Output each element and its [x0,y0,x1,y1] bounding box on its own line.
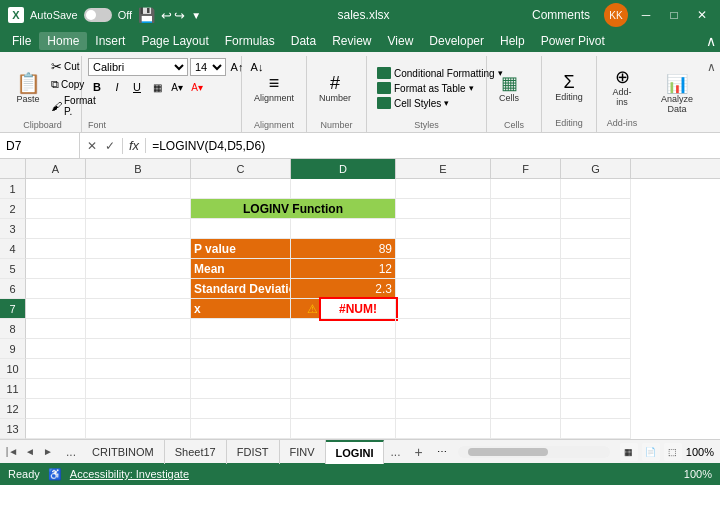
cell-a5[interactable] [26,259,86,279]
cell-c11[interactable] [191,379,291,399]
accessibility-status[interactable]: Accessibility: Investigate [70,468,189,480]
cell-e7[interactable] [396,299,491,319]
font-family-select[interactable]: Calibri [88,58,188,76]
cell-f4[interactable] [491,239,561,259]
menu-data[interactable]: Data [283,32,324,50]
cell-styles-dropdown[interactable]: ▾ [444,98,449,108]
cell-g6[interactable] [561,279,631,299]
cell-a4[interactable] [26,239,86,259]
cell-b4[interactable] [86,239,191,259]
cell-c8[interactable] [191,319,291,339]
cell-f13[interactable] [491,419,561,439]
redo-btn[interactable]: ↪ [174,8,185,23]
cell-b2[interactable] [86,199,191,219]
customize-qat-btn[interactable]: ▼ [191,10,201,21]
cell-c1[interactable] [191,179,291,199]
cell-e9[interactable] [396,339,491,359]
cell-a1[interactable] [26,179,86,199]
cell-b1[interactable] [86,179,191,199]
cancel-formula-btn[interactable]: ✕ [84,138,100,154]
menu-file[interactable]: File [4,32,39,50]
cell-f11[interactable] [491,379,561,399]
italic-btn[interactable]: I [108,78,126,96]
cell-e8[interactable] [396,319,491,339]
undo-btn[interactable]: ↩ [161,8,172,23]
sheet-tab-more-right[interactable]: ... [384,445,406,459]
cell-a12[interactable] [26,399,86,419]
menu-power-pivot[interactable]: Power Pivot [533,32,613,50]
menu-help[interactable]: Help [492,32,533,50]
cell-c9[interactable] [191,339,291,359]
cell-b10[interactable] [86,359,191,379]
border-btn[interactable]: ▦ [148,78,166,96]
font-size-select[interactable]: 14 [190,58,226,76]
cell-f6[interactable] [491,279,561,299]
col-header-a[interactable]: A [26,159,86,179]
cell-a11[interactable] [26,379,86,399]
analyze-data-btn[interactable]: 📊 Analyze Data [651,71,703,117]
cell-e5[interactable] [396,259,491,279]
menu-review[interactable]: Review [324,32,379,50]
col-header-b[interactable]: B [86,159,191,179]
cell-g5[interactable] [561,259,631,279]
cell-d10[interactable] [291,359,396,379]
font-color-btn[interactable]: A▾ [188,78,206,96]
col-header-e[interactable]: E [396,159,491,179]
sheet-tab-critbinom[interactable]: CRITBINOM [82,440,165,464]
cell-d11[interactable] [291,379,396,399]
number-btn[interactable]: # Number [313,71,357,106]
format-table-dropdown[interactable]: ▾ [469,83,474,93]
restore-btn[interactable]: □ [664,5,684,25]
cell-b11[interactable] [86,379,191,399]
cell-g8[interactable] [561,319,631,339]
cell-f3[interactable] [491,219,561,239]
cell-g3[interactable] [561,219,631,239]
addins-btn[interactable]: ⊕ Add-ins [601,64,643,110]
col-header-c[interactable]: C [191,159,291,179]
cell-e2[interactable] [396,199,491,219]
col-header-g[interactable]: G [561,159,631,179]
cell-f12[interactable] [491,399,561,419]
menu-home[interactable]: Home [39,32,87,50]
cell-b3[interactable] [86,219,191,239]
cell-c4[interactable]: P value [191,239,291,259]
cell-d3[interactable] [291,219,396,239]
add-sheet-btn[interactable]: + [406,444,430,460]
cell-d12[interactable] [291,399,396,419]
cell-a9[interactable] [26,339,86,359]
cell-c10[interactable] [191,359,291,379]
cell-g7[interactable] [561,299,631,319]
cell-g11[interactable] [561,379,631,399]
cell-d7-error[interactable]: #NUM! [321,299,396,319]
cell-g12[interactable] [561,399,631,419]
menu-view[interactable]: View [380,32,422,50]
cell-a10[interactable] [26,359,86,379]
cell-g1[interactable] [561,179,631,199]
cell-d6[interactable]: 2.3 [291,279,396,299]
scrollbar-thumb[interactable] [468,448,548,456]
cell-d13[interactable] [291,419,396,439]
cell-d1[interactable] [291,179,396,199]
underline-btn[interactable]: U [128,78,146,96]
cell-g10[interactable] [561,359,631,379]
comments-button[interactable]: Comments [526,7,596,23]
cell-e13[interactable] [396,419,491,439]
cell-f10[interactable] [491,359,561,379]
next-sheet-btn[interactable]: ► [40,444,56,460]
cell-f8[interactable] [491,319,561,339]
cell-a6[interactable] [26,279,86,299]
cell-a2[interactable] [26,199,86,219]
cells-btn[interactable]: ▦ Cells [493,70,525,106]
sheet-tab-finv[interactable]: FINV [280,440,326,464]
cell-c13[interactable] [191,419,291,439]
horizontal-scrollbar[interactable] [458,446,609,458]
ribbon-collapse-arrow[interactable]: ∧ [707,60,716,74]
cell-reference-input[interactable] [6,139,76,153]
fill-color-btn[interactable]: A▾ [168,78,186,96]
formula-input[interactable] [146,139,720,153]
cell-f5[interactable] [491,259,561,279]
cell-c3[interactable] [191,219,291,239]
bold-btn[interactable]: B [88,78,106,96]
first-sheet-btn[interactable]: |◄ [4,444,20,460]
cell-g13[interactable] [561,419,631,439]
